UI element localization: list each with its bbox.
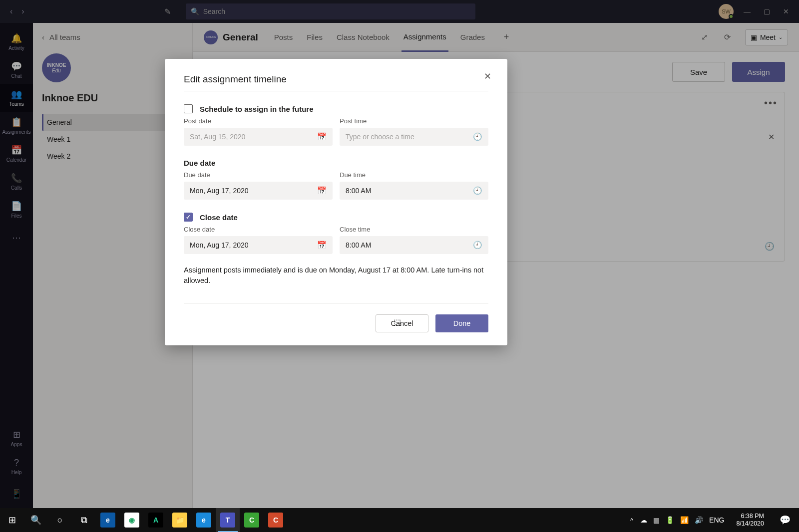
onedrive-icon[interactable]: ☁ (640, 516, 647, 524)
ime-icon[interactable]: ENG (709, 516, 724, 524)
close-date-checkbox[interactable]: ✓ (184, 213, 193, 222)
calendar-icon: 📅 (317, 132, 327, 141)
wifi-icon[interactable]: 📶 (680, 516, 689, 524)
calendar-icon: 📅 (317, 186, 327, 195)
taskbar-app-edge[interactable]: e (96, 508, 120, 532)
taskbar-clock[interactable]: 6:38 PM 8/14/2020 (736, 513, 764, 528)
battery-icon[interactable]: 🔋 (666, 516, 674, 524)
close-time-input[interactable]: 8:00 AM 🕘 (340, 236, 488, 254)
done-button[interactable]: Done (435, 314, 488, 332)
post-date-input[interactable]: Sat, Aug 15, 2020 📅 (184, 128, 333, 146)
taskbar-app-explorer[interactable]: 📁 (168, 508, 192, 532)
calendar-icon: 📅 (317, 241, 327, 250)
due-time-label: Due time (340, 171, 488, 179)
modal-close-icon[interactable]: ✕ (484, 71, 491, 82)
taskbar-app-camtasia2[interactable]: C (264, 508, 288, 532)
windows-taskbar: ⊞ 🔍 ○ ⧉ e◉A📁eTCC ^ ☁ ▦ 🔋 📶 🔊 ENG 6:38 PM… (0, 508, 799, 532)
due-date-label: Due date (184, 171, 333, 179)
taskbar-app-chrome[interactable]: ◉ (120, 508, 144, 532)
tray-chevron-icon[interactable]: ^ (630, 517, 633, 524)
close-time-label: Close time (340, 226, 488, 233)
task-view-icon[interactable]: ⧉ (72, 508, 96, 532)
mouse-cursor: ⬚ (394, 317, 401, 327)
due-time-input[interactable]: 8:00 AM 🕘 (340, 182, 488, 200)
volume-icon[interactable]: 🔊 (695, 516, 703, 524)
post-time-input[interactable]: Type or choose a time 🕘 (340, 128, 488, 146)
close-date-label: Close date (184, 226, 333, 233)
schedule-checkbox[interactable] (184, 104, 193, 113)
close-date-input[interactable]: Mon, Aug 17, 2020 📅 (184, 236, 333, 254)
due-date-header: Due date (184, 159, 215, 167)
schedule-label: Schedule to assign in the future (200, 105, 314, 113)
taskbar-search[interactable]: 🔍 (24, 508, 48, 532)
close-date-header: Close date (200, 213, 238, 222)
taskbar-app-teams[interactable]: T (216, 508, 240, 532)
taskbar-app-app-a[interactable]: A (144, 508, 168, 532)
edit-timeline-modal: ✕ Edit assignment timeline Schedule to a… (165, 59, 507, 345)
cortana-icon[interactable]: ○ (48, 508, 72, 532)
taskbar-app-edge2[interactable]: e (192, 508, 216, 532)
modal-title: Edit assignment timeline (184, 74, 488, 91)
start-button[interactable]: ⊞ (0, 508, 24, 532)
clock-icon: 🕘 (473, 241, 482, 250)
due-date-input[interactable]: Mon, Aug 17, 2020 📅 (184, 182, 333, 200)
post-time-label: Post time (340, 117, 488, 125)
tray-icon[interactable]: ▦ (653, 516, 660, 524)
clock-icon: 🕘 (473, 186, 482, 195)
clock-icon: 🕘 (473, 132, 482, 141)
cancel-button[interactable]: Cancel (376, 314, 428, 332)
post-date-label: Post date (184, 117, 333, 125)
action-center-icon[interactable]: 💬 (774, 508, 796, 532)
timeline-summary: Assignment posts immediately and is due … (184, 265, 488, 286)
taskbar-app-camtasia[interactable]: C (240, 508, 264, 532)
